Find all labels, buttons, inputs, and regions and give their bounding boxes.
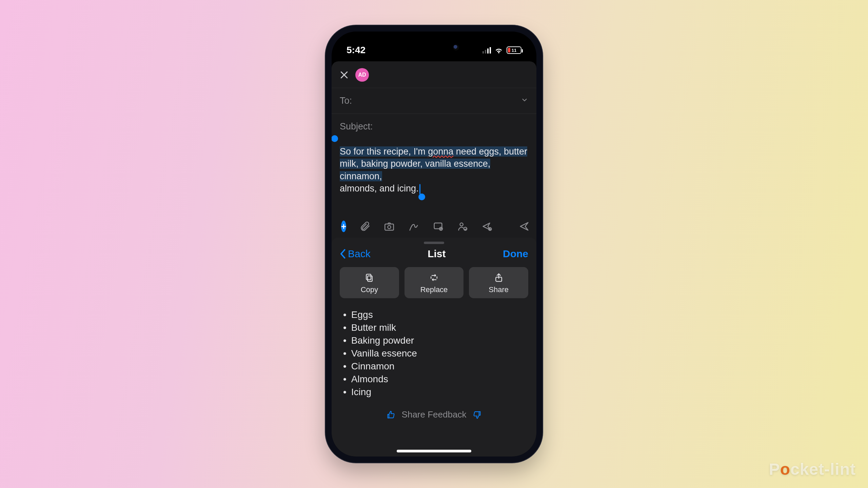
- subject-label: Subject:: [340, 121, 373, 132]
- list-item: Baking powder: [343, 334, 525, 347]
- replace-label: Replace: [420, 285, 448, 294]
- spellcheck-word[interactable]: gonna: [428, 146, 453, 157]
- back-label: Back: [348, 248, 371, 260]
- cellular-icon: [482, 47, 491, 54]
- panel-title: List: [428, 248, 446, 260]
- markup-icon[interactable]: [408, 221, 419, 232]
- list-item: Cinnamon: [343, 360, 525, 373]
- dynamic-island: [400, 38, 468, 57]
- list-item: Almonds: [343, 373, 525, 386]
- compose-sheet: AD To: Subject: So for this recipe, I'm …: [332, 61, 536, 456]
- copy-icon: [364, 272, 374, 283]
- back-button[interactable]: Back: [340, 248, 371, 260]
- replace-button[interactable]: Replace: [405, 267, 464, 298]
- list-item: Butter milk: [343, 321, 525, 334]
- compose-toolbar: +: [332, 217, 536, 238]
- text-caret: [419, 184, 420, 194]
- add-recipient-icon[interactable]: [457, 221, 468, 232]
- copy-label: Copy: [361, 285, 378, 294]
- to-field[interactable]: To:: [332, 88, 536, 114]
- chevron-down-icon[interactable]: [521, 96, 528, 106]
- copy-button[interactable]: Copy: [340, 267, 399, 298]
- list-item: Icing: [343, 386, 525, 399]
- watermark: Pocket-lint: [769, 460, 856, 479]
- plus-icon[interactable]: +: [341, 221, 346, 232]
- share-label: Share: [489, 285, 509, 294]
- writing-tools-panel: Back List Done Copy Replace: [332, 238, 536, 456]
- battery-icon: 11: [507, 46, 521, 54]
- svg-point-1: [388, 226, 391, 229]
- result-list: Eggs Butter milk Baking powder Vanilla e…: [332, 304, 536, 402]
- list-item: Vanilla essence: [343, 347, 525, 360]
- list-item: Eggs: [343, 308, 525, 321]
- subject-field[interactable]: Subject:: [332, 114, 536, 139]
- svg-rect-8: [367, 274, 371, 280]
- message-body[interactable]: So for this recipe, I'm gonna need eggs,…: [332, 139, 536, 217]
- status-time: 5:42: [347, 45, 366, 56]
- thumbs-up-icon[interactable]: [386, 410, 396, 420]
- sheet-grabber[interactable]: [424, 242, 444, 244]
- send-icon[interactable]: [518, 221, 530, 232]
- scan-doc-icon[interactable]: [432, 221, 444, 232]
- share-icon: [494, 272, 504, 283]
- avatar[interactable]: AD: [355, 68, 369, 82]
- battery-percent: 11: [512, 48, 516, 53]
- svg-point-4: [460, 223, 463, 226]
- attachment-icon[interactable]: [359, 221, 371, 232]
- svg-rect-7: [368, 276, 372, 281]
- svg-rect-0: [385, 224, 394, 230]
- selection-start-handle[interactable]: [332, 135, 338, 142]
- phone-mockup: 5:42 11: [326, 25, 542, 463]
- done-button[interactable]: Done: [503, 248, 528, 260]
- to-label: To:: [340, 96, 352, 106]
- wifi-icon: [494, 47, 503, 54]
- replace-icon: [429, 272, 439, 283]
- selection-end-handle[interactable]: [418, 194, 425, 200]
- camera-icon[interactable]: [383, 221, 395, 232]
- send-later-icon[interactable]: [481, 221, 493, 232]
- thumbs-down-icon[interactable]: [472, 410, 482, 420]
- close-icon[interactable]: [339, 70, 349, 80]
- share-button[interactable]: Share: [469, 267, 528, 298]
- home-indicator[interactable]: [397, 450, 471, 452]
- feedback-label[interactable]: Share Feedback: [402, 409, 467, 420]
